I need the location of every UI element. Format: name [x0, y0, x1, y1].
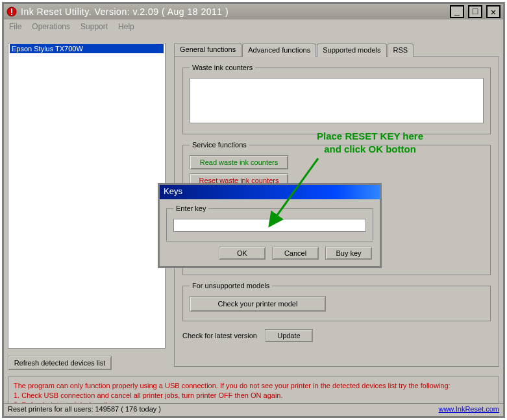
status-text: Reset printers for all users: 149587 ( 1… [8, 405, 161, 413]
left-panel: Epson Stylus TX700W Refresh detected dev… [8, 43, 166, 370]
titlebar: Ink Reset Utility. Version: v.2.09 ( Aug… [4, 4, 503, 19]
cancel-button[interactable]: Cancel [272, 247, 319, 260]
service-functions-legend: Service functions [190, 141, 249, 149]
devices-list[interactable]: Epson Stylus TX700W [8, 43, 166, 349]
svg-rect-2 [11, 14, 12, 15]
svg-rect-1 [11, 8, 12, 13]
keys-dialog: Keys Enter key OK Cancel Buy key [158, 183, 382, 268]
window-title: Ink Reset Utility. Version: v.2.09 ( Aug… [19, 6, 446, 17]
check-model-button[interactable]: Check your printer model [190, 296, 326, 312]
tabstrip: General functions Advanced functions Sup… [174, 43, 499, 56]
minimize-button[interactable]: _ [450, 5, 464, 18]
tab-general[interactable]: General functions [174, 43, 241, 56]
statusbar: Reset printers for all users: 149587 ( 1… [4, 403, 503, 416]
key-input[interactable] [173, 219, 366, 232]
tab-rss[interactable]: RSS [388, 43, 414, 57]
tab-supported[interactable]: Supported models [317, 43, 386, 57]
app-icon [6, 6, 17, 17]
menubar: File Operations Support Help [4, 19, 503, 34]
info-line-2: 1. Check USB connection and cancel all p… [14, 391, 493, 401]
list-item[interactable]: Epson Stylus TX700W [10, 44, 164, 53]
check-latest-label: Check for latest version [182, 332, 257, 340]
dialog-title: Keys [160, 185, 380, 199]
update-row: Check for latest version Update [182, 329, 491, 342]
enter-key-legend: Enter key [173, 204, 208, 212]
update-button[interactable]: Update [265, 329, 313, 342]
waste-ink-legend: Waste ink counters [190, 64, 255, 71]
tab-advanced[interactable]: Advanced functions [242, 43, 316, 57]
info-line-1: The program can only function properly u… [14, 381, 493, 391]
menu-support[interactable]: Support [80, 22, 108, 31]
unsupported-group: For unsupported models Check your printe… [182, 282, 491, 321]
read-waste-button[interactable]: Read waste ink counters [190, 155, 288, 169]
dialog-buttons: OK Cancel Buy key [160, 245, 380, 266]
waste-ink-group: Waste ink counters [182, 64, 491, 134]
maximize-button[interactable]: □ [468, 5, 482, 18]
waste-ink-text[interactable] [190, 78, 484, 123]
enter-key-group: Enter key [166, 204, 373, 241]
menu-file[interactable]: File [9, 22, 21, 31]
close-button[interactable]: ✕ [486, 5, 501, 18]
refresh-devices-button[interactable]: Refresh detected devices list [8, 356, 112, 370]
menu-operations[interactable]: Operations [32, 22, 70, 31]
buy-key-button[interactable]: Buy key [325, 247, 372, 260]
ok-button[interactable]: OK [219, 247, 266, 260]
status-link[interactable]: www.InkReset.com [438, 405, 499, 413]
menu-help[interactable]: Help [118, 22, 134, 31]
unsupported-legend: For unsupported models [190, 282, 272, 290]
